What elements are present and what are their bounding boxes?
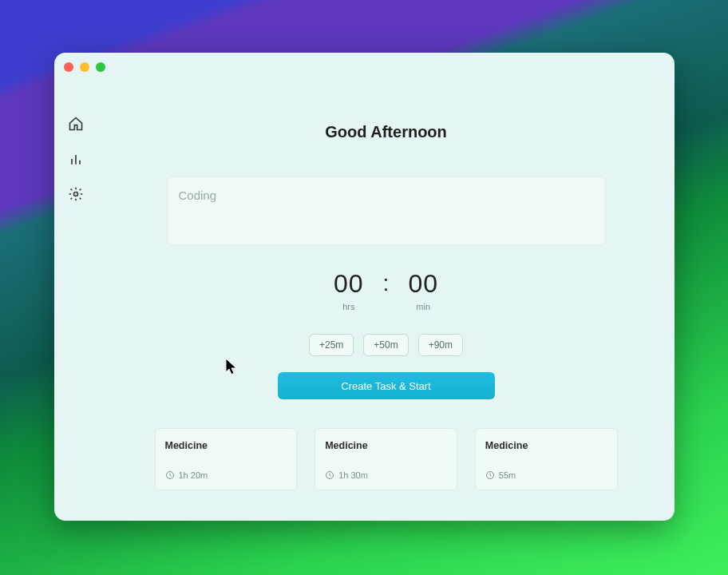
sidebar-item-settings[interactable] bbox=[64, 182, 88, 206]
recent-task-duration: 1h 30m bbox=[325, 470, 447, 480]
timer-display: 00 hrs : 00 min bbox=[334, 269, 438, 311]
preset-25m-button[interactable]: +25m bbox=[309, 334, 354, 356]
timer-minutes[interactable]: 00 bbox=[408, 269, 438, 299]
gear-icon bbox=[68, 186, 84, 202]
timer-separator: : bbox=[383, 269, 390, 296]
page-title: Good Afternoon bbox=[97, 123, 675, 141]
preset-90m-button[interactable]: +90m bbox=[418, 334, 463, 356]
recent-task-card[interactable]: Medicine 55m bbox=[475, 428, 618, 490]
home-icon bbox=[68, 116, 84, 132]
recent-task-title: Medicine bbox=[165, 440, 287, 451]
svg-point-3 bbox=[74, 192, 78, 196]
app-window: Good Afternoon 00 hrs : 00 min +25m +50m… bbox=[54, 53, 675, 521]
main-content: Good Afternoon 00 hrs : 00 min +25m +50m… bbox=[97, 53, 675, 521]
recent-task-duration: 55m bbox=[485, 470, 607, 480]
preset-50m-button[interactable]: +50m bbox=[363, 334, 408, 356]
sidebar-item-home[interactable] bbox=[64, 112, 88, 136]
task-input[interactable] bbox=[167, 176, 606, 245]
clock-icon bbox=[485, 470, 495, 480]
sidebar-item-analytics[interactable] bbox=[64, 147, 88, 171]
create-task-button[interactable]: Create Task & Start bbox=[278, 372, 495, 399]
clock-icon bbox=[325, 470, 334, 480]
clock-icon bbox=[165, 470, 175, 480]
timer-hours[interactable]: 00 bbox=[334, 269, 364, 299]
preset-row: +25m +50m +90m bbox=[309, 334, 463, 356]
sidebar bbox=[54, 53, 97, 521]
bar-chart-icon bbox=[68, 151, 84, 167]
recent-task-card[interactable]: Medicine 1h 30m bbox=[315, 428, 457, 490]
recent-task-card[interactable]: Medicine 1h 20m bbox=[155, 428, 298, 490]
recent-task-duration: 1h 20m bbox=[165, 470, 287, 480]
timer-hours-label: hrs bbox=[342, 302, 354, 311]
timer-minutes-label: min bbox=[416, 302, 430, 311]
recent-task-title: Medicine bbox=[485, 440, 607, 451]
recent-task-title: Medicine bbox=[325, 440, 447, 451]
recent-tasks: Medicine 1h 20m Medicine 1h 30m Medicine… bbox=[155, 428, 618, 490]
